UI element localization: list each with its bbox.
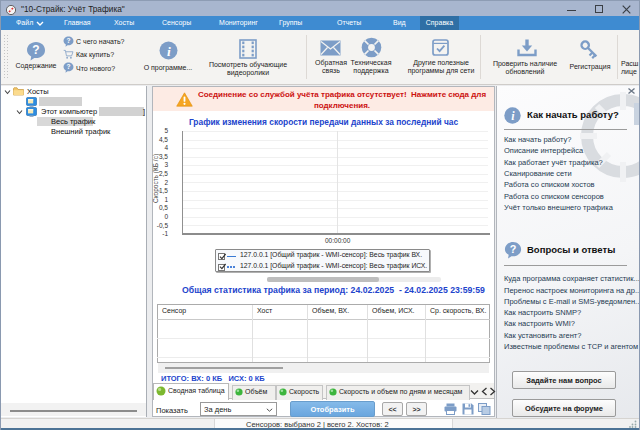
svg-text:?: ? xyxy=(32,43,39,57)
svg-text:?: ? xyxy=(66,37,70,44)
svg-text:?: ? xyxy=(510,243,517,255)
svg-text:i: i xyxy=(167,44,171,59)
svg-text:?: ? xyxy=(66,63,70,70)
